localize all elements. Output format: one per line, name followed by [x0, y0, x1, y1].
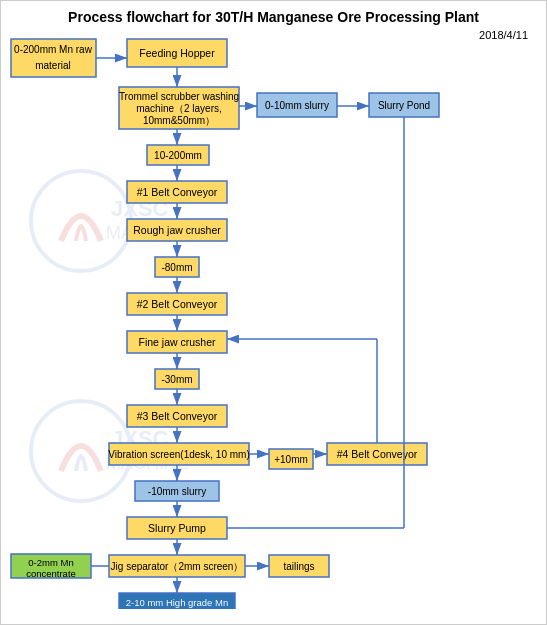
svg-text:concentrate: concentrate	[26, 568, 76, 579]
svg-text:0-2mm Mn: 0-2mm Mn	[28, 557, 73, 568]
svg-text:Jig separator（2mm screen）: Jig separator（2mm screen）	[111, 561, 244, 572]
svg-text:#3 Belt Conveyor: #3 Belt Conveyor	[137, 410, 218, 422]
svg-text:Slurry Pond: Slurry Pond	[378, 100, 430, 111]
svg-text:-80mm: -80mm	[161, 262, 192, 273]
svg-text:10mm&50mm）: 10mm&50mm）	[143, 115, 215, 126]
svg-text:10-200mm: 10-200mm	[154, 150, 202, 161]
svg-text:machine（2 layers,: machine（2 layers,	[136, 103, 222, 114]
svg-text:#4 Belt Conveyor: #4 Belt Conveyor	[337, 448, 418, 460]
svg-text:-30mm: -30mm	[161, 374, 192, 385]
svg-text:tailings: tailings	[283, 561, 314, 572]
flowchart-svg: 0-200mm Mn raw material Feeding Hopper T…	[9, 19, 540, 609]
svg-text:#1 Belt Conveyor: #1 Belt Conveyor	[137, 186, 218, 198]
page: Process flowchart for 30T/H Manganese Or…	[0, 0, 547, 625]
svg-text:Slurry Pump: Slurry Pump	[148, 522, 206, 534]
svg-text:+10mm: +10mm	[274, 454, 308, 465]
svg-text:Fine jaw crusher: Fine jaw crusher	[138, 336, 216, 348]
svg-text:Vibration screen(1desk, 10 mm): Vibration screen(1desk, 10 mm)	[108, 449, 250, 460]
svg-text:2-10 mm High grade Mn: 2-10 mm High grade Mn	[126, 597, 228, 608]
svg-text:Feeding Hopper: Feeding Hopper	[139, 47, 215, 59]
svg-text:0-10mm slurry: 0-10mm slurry	[265, 100, 329, 111]
svg-text:0-200mm Mn raw: 0-200mm Mn raw	[14, 44, 93, 55]
svg-text:-10mm slurry: -10mm slurry	[148, 486, 206, 497]
svg-text:Rough jaw crusher: Rough jaw crusher	[133, 224, 221, 236]
svg-text:#2 Belt Conveyor: #2 Belt Conveyor	[137, 298, 218, 310]
svg-text:material: material	[35, 60, 71, 71]
svg-text:Trommel scrubber washing: Trommel scrubber washing	[119, 91, 239, 102]
